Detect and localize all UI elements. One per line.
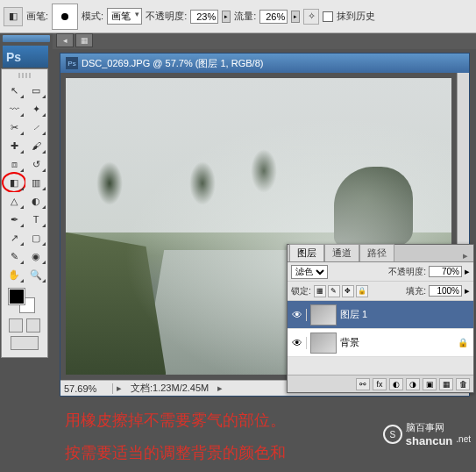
lock-icon: 🔒: [458, 338, 468, 347]
layer-row[interactable]: 👁 背景 🔒: [288, 329, 473, 357]
screen-mode-icon[interactable]: [11, 336, 39, 350]
layers-panel: 图层 通道 路径 ▸ 滤色 不透明度: 70% ▸ 锁定: ▦ ✎ ✥ 🔒 填充…: [287, 244, 474, 393]
fill-slider-icon[interactable]: ▸: [465, 285, 470, 297]
history-tool[interactable]: ↺: [25, 155, 46, 173]
wand-tool[interactable]: ✦: [25, 100, 46, 118]
erase-history-label: 抹到历史: [337, 10, 375, 23]
brush-label: 画笔:: [26, 10, 48, 23]
move-tool[interactable]: ↖: [4, 82, 25, 99]
heal-tool[interactable]: ✚: [4, 137, 25, 154]
zoom-value[interactable]: 57.69%: [60, 383, 113, 394]
toolbox-handle[interactable]: [2, 71, 47, 80]
layer-opacity-input[interactable]: 70%: [429, 266, 462, 277]
palette-well: ◂ ▦: [53, 33, 476, 49]
lock-all-icon[interactable]: 🔒: [356, 285, 368, 297]
pen-tool[interactable]: ✒: [4, 211, 25, 228]
hand-tool[interactable]: ✋: [4, 266, 25, 283]
zoom-tool[interactable]: 🔍: [25, 266, 46, 283]
status-arrow-icon[interactable]: ▸: [113, 383, 125, 394]
watermark: S 脑百事网 shancun .net: [383, 421, 471, 447]
blur-tool[interactable]: △: [4, 192, 25, 210]
stamp-tool[interactable]: ⧈: [4, 155, 25, 173]
visibility-icon[interactable]: 👁: [288, 309, 307, 321]
flow-arrow-icon[interactable]: ▸: [291, 11, 300, 23]
layer-thumbnail[interactable]: [310, 304, 337, 325]
layer-group-icon[interactable]: ▣: [423, 378, 437, 390]
blend-mode-dropdown[interactable]: 滤色: [291, 265, 328, 279]
lock-transparent-icon[interactable]: ▦: [314, 285, 326, 297]
watermark-logo-icon: S: [383, 425, 402, 444]
layer-row[interactable]: 👁 图层 1: [288, 301, 473, 329]
toolbox: ↖▭〰✦✂⟋✚🖌⧈↺◧▥△◐✒T↗▢✎◉✋🔍: [1, 68, 48, 358]
filetype-icon: Ps: [66, 57, 78, 69]
type-tool[interactable]: T: [25, 211, 46, 228]
status-menu-icon[interactable]: ▸: [214, 383, 226, 394]
marquee-tool[interactable]: ▭: [25, 82, 46, 99]
flow-label: 流量:: [234, 10, 256, 23]
panel-menu-icon[interactable]: ▸: [458, 250, 473, 261]
brush-preview[interactable]: [52, 4, 78, 30]
gradient-tool[interactable]: ▥: [25, 174, 46, 191]
layer-thumbnail[interactable]: [310, 333, 337, 354]
lasso-tool[interactable]: 〰: [4, 100, 25, 118]
layers-footer: ⚯ fx ◐ ◑ ▣ ▦ 🗑: [288, 375, 473, 392]
panel-tabs: 图层 通道 路径 ▸: [288, 245, 473, 262]
document-titlebar[interactable]: Ps DSC_0269.JPG @ 57.7% (图层 1, RGB/8): [60, 54, 469, 73]
tab-layers[interactable]: 图层: [289, 244, 324, 261]
delete-layer-icon[interactable]: 🗑: [456, 378, 470, 390]
adjustment-layer-icon[interactable]: ◑: [406, 378, 420, 390]
brush-tool[interactable]: 🖌: [25, 137, 46, 154]
opacity-input[interactable]: 23%: [190, 10, 218, 24]
color-swatches[interactable]: [2, 285, 47, 317]
visibility-icon[interactable]: 👁: [288, 337, 307, 349]
eraser-tool[interactable]: ◧: [4, 174, 25, 191]
lock-position-icon[interactable]: ✥: [342, 285, 354, 297]
palette-tab-icon[interactable]: ▦: [75, 33, 93, 47]
slice-tool[interactable]: ⟋: [25, 118, 46, 136]
airbrush-icon[interactable]: ✧: [303, 9, 319, 25]
document-title: DSC_0269.JPG @ 57.7% (图层 1, RGB/8): [82, 57, 263, 70]
annotation-line-1: 用橡皮擦掉不需要雾气的部位。: [65, 410, 286, 431]
new-layer-icon[interactable]: ▦: [439, 378, 453, 390]
tab-paths[interactable]: 路径: [359, 244, 394, 261]
layer-style-icon[interactable]: fx: [373, 378, 387, 390]
crop-tool[interactable]: ✂: [4, 118, 25, 136]
dodge-tool[interactable]: ◐: [25, 192, 46, 210]
erase-history-checkbox[interactable]: [323, 11, 333, 22]
layer-name: 图层 1: [340, 308, 367, 321]
shape-tool[interactable]: ▢: [25, 229, 46, 247]
foreground-color-swatch[interactable]: [9, 289, 25, 304]
path-tool[interactable]: ↗: [4, 229, 25, 247]
mode-label: 模式:: [82, 10, 103, 23]
palette-toggle-icon[interactable]: ◂: [56, 33, 74, 47]
options-bar: ◧ 画笔: 76 模式: 画笔 不透明度: 23% ▸ 流量: 26% ▸ ✧ …: [0, 0, 476, 33]
tab-channels[interactable]: 通道: [324, 244, 359, 261]
lock-label: 锁定:: [291, 285, 311, 297]
app-logo-icon: Ps: [3, 46, 48, 68]
titlebar-decoration: [3, 35, 50, 42]
mode-dropdown[interactable]: 画笔: [107, 8, 142, 25]
annotation-line-2: 按需要适当的调整背景的颜色和: [65, 442, 286, 463]
layer-mask-icon[interactable]: ◐: [389, 378, 403, 390]
opacity-arrow-icon[interactable]: ▸: [222, 11, 231, 23]
link-layers-icon[interactable]: ⚯: [356, 378, 370, 390]
layer-name: 背景: [340, 336, 359, 349]
opacity-slider-icon[interactable]: ▸: [465, 266, 470, 277]
fill-label: 填充:: [406, 285, 426, 297]
eyedrop-tool[interactable]: ◉: [25, 247, 46, 265]
lock-pixels-icon[interactable]: ✎: [328, 285, 340, 297]
layer-opacity-label: 不透明度:: [388, 266, 426, 278]
eraser-presets-icon[interactable]: ◧: [4, 7, 23, 26]
flow-input[interactable]: 26%: [259, 10, 288, 24]
quickmask-standard-icon[interactable]: [9, 318, 23, 333]
canvas-area: ◂ ▦ Ps DSC_0269.JPG @ 57.7% (图层 1, RGB/8…: [53, 33, 476, 472]
quickmask-mask-icon[interactable]: [26, 318, 40, 333]
fill-input[interactable]: 100%: [429, 285, 462, 297]
notes-tool[interactable]: ✎: [4, 247, 25, 265]
opacity-label: 不透明度:: [146, 10, 187, 23]
